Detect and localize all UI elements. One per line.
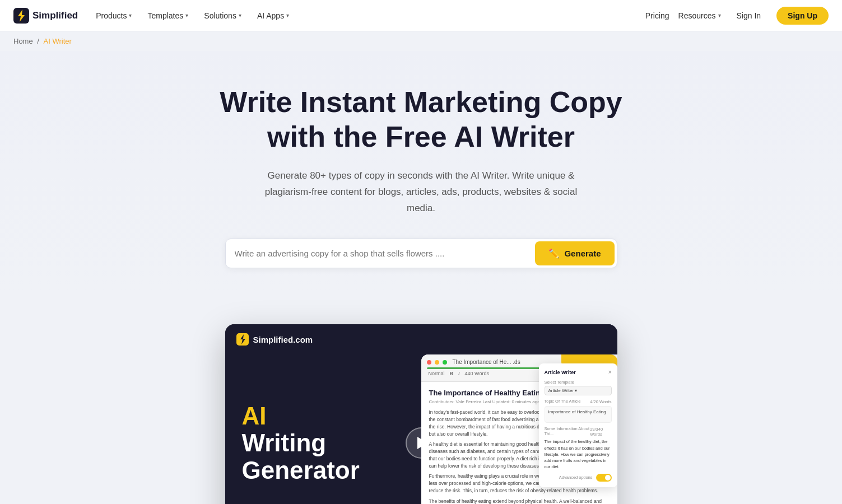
video-doc-mockup: The Importance of He... .ds 1655 / 25000…: [421, 354, 617, 504]
doc-progress-fill: [427, 367, 556, 369]
nav-solutions[interactable]: Solutions ▾: [197, 8, 248, 24]
topic-count: 4/20 Words: [590, 399, 611, 404]
navbar: Simplified Products ▾ Templates ▾ Soluti…: [0, 0, 842, 31]
article-writer-panel: Article Writer × Select Template Article…: [539, 363, 617, 487]
video-logo-icon: [236, 333, 249, 346]
doc-para-4: The benefits of healthy eating extend be…: [429, 498, 610, 504]
toolbar-i[interactable]: I: [457, 370, 462, 377]
doc-close-button: [427, 360, 431, 365]
nav-pricing[interactable]: Pricing: [645, 11, 669, 20]
video-content: AI Writing Generator The Importance: [225, 354, 617, 504]
video-container: Simplified.com AI Writing Generator: [225, 324, 617, 504]
nav-right: Pricing Resources ▾ Sign In Sign Up: [645, 7, 829, 25]
info-label: Some Information About Thi...: [545, 426, 590, 436]
solutions-chevron-icon: ▾: [239, 12, 241, 18]
select-template-label: Select Template: [545, 380, 612, 385]
topic-input[interactable]: Importance of Healthy Eating: [545, 406, 612, 423]
breadcrumb-home[interactable]: Home: [13, 37, 33, 45]
video-header: Simplified.com: [225, 324, 617, 354]
doc-title: The Importance of He... .ds: [453, 359, 520, 365]
doc-min-button: [435, 360, 439, 365]
nav-ai-apps[interactable]: AI Apps ▾: [250, 8, 296, 24]
resources-chevron-icon: ▾: [718, 12, 721, 18]
ai-yellow-text: AI: [242, 402, 267, 430]
toolbar-b[interactable]: B: [448, 370, 455, 377]
article-panel-close[interactable]: ×: [608, 369, 612, 375]
logo-icon: [13, 8, 29, 24]
advanced-options-toggle[interactable]: [596, 474, 612, 482]
video-logo-text: Simplified.com: [253, 335, 313, 344]
nav-links: Products ▾ Templates ▾ Solutions ▾ AI Ap…: [89, 8, 645, 24]
generate-input-row: ✏️ Generate: [225, 239, 617, 268]
generate-input[interactable]: [235, 243, 536, 264]
video-section: Simplified.com AI Writing Generator: [0, 291, 842, 504]
nav-signin[interactable]: Sign In: [730, 8, 768, 24]
video-ai-writing-text: AI Writing Generator: [242, 403, 412, 484]
article-panel-title: Article Writer: [545, 370, 576, 375]
hero-subtitle: Generate 80+ types of copy in seconds wi…: [253, 168, 589, 217]
breadcrumb: Home / AI Writer: [0, 31, 842, 51]
nav-products[interactable]: Products ▾: [89, 8, 138, 24]
breadcrumb-current: AI Writer: [44, 37, 72, 45]
template-select[interactable]: Article Writer ▾: [545, 386, 612, 395]
hero-title: Write Instant Marketing Copy with the Fr…: [203, 85, 640, 155]
article-panel-header: Article Writer ×: [545, 369, 612, 375]
nav-templates[interactable]: Templates ▾: [141, 8, 195, 24]
nav-resources[interactable]: Resources ▾: [678, 11, 721, 20]
topic-label: Topic Of The Article: [545, 399, 581, 404]
generated-text: The impact of the healthy diet, the effe…: [545, 438, 612, 470]
advanced-options-label[interactable]: Advanced options: [559, 475, 593, 480]
nav-signup-button[interactable]: Sign Up: [776, 7, 829, 25]
hero-section: Write Instant Marketing Copy with the Fr…: [0, 51, 842, 291]
toolbar-normal[interactable]: Normal: [427, 370, 446, 377]
breadcrumb-separator: /: [37, 37, 39, 45]
brand-logo[interactable]: Simplified: [13, 8, 78, 24]
toggle-row: Advanced options: [545, 474, 612, 482]
products-chevron-icon: ▾: [129, 12, 132, 18]
templates-chevron-icon: ▾: [185, 12, 188, 18]
generate-button[interactable]: ✏️ Generate: [535, 241, 614, 265]
generate-icon: ✏️: [548, 248, 560, 259]
video-left: AI Writing Generator: [225, 354, 429, 504]
brand-name: Simplified: [32, 10, 78, 21]
doc-max-button: [443, 360, 447, 365]
ai-apps-chevron-icon: ▾: [286, 12, 289, 18]
info-count: 29/340 Words: [590, 427, 611, 437]
toolbar-words: 440 Words: [463, 370, 491, 377]
